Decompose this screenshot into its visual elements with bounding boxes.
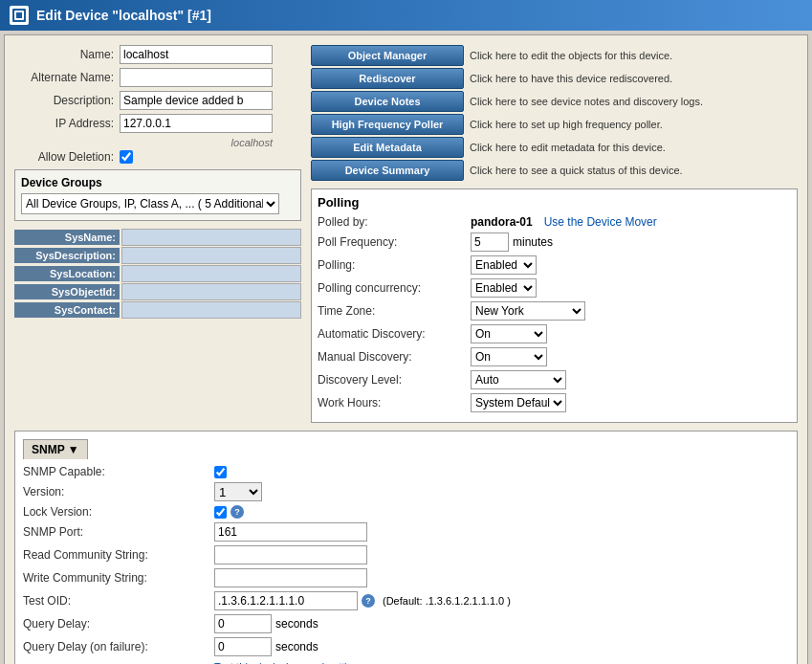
desc-input[interactable] bbox=[120, 91, 273, 110]
action-row-1: Rediscover Click here to have this devic… bbox=[311, 68, 798, 89]
query-delay-fail-value: seconds bbox=[214, 637, 318, 656]
query-delay-fail-unit: seconds bbox=[275, 640, 318, 653]
test-oid-input[interactable] bbox=[214, 591, 358, 610]
sysobj-label: SysObjectId: bbox=[14, 284, 120, 299]
snmp-version-label: Version: bbox=[23, 485, 214, 498]
test-oid-row: Test OID: ? (Default: .1.3.6.1.2.1.1.1.0… bbox=[23, 591, 789, 610]
action-buttons-area: Object Manager Click here to edit the ob… bbox=[311, 45, 798, 181]
action-desc-3: Click here to set up high frequency poll… bbox=[470, 119, 663, 130]
sysloc-row: SysLocation: bbox=[14, 265, 301, 282]
snmp-capable-checkbox[interactable] bbox=[214, 466, 227, 478]
action-row-2: Device Notes Click here to see device no… bbox=[311, 91, 798, 112]
query-delay-value: seconds bbox=[214, 614, 318, 633]
polled-by-value: pandora-01 Use the Device Mover bbox=[471, 215, 657, 229]
sysloc-value bbox=[121, 265, 301, 282]
read-community-input[interactable] bbox=[214, 545, 367, 564]
poll-freq-input[interactable] bbox=[471, 232, 509, 252]
write-community-input[interactable] bbox=[214, 568, 367, 587]
test-oid-default: (Default: .1.3.6.1.2.1.1.1.0 ) bbox=[383, 595, 511, 607]
sysloc-label: SysLocation: bbox=[14, 266, 120, 281]
object-manager-button[interactable]: Object Manager bbox=[311, 45, 464, 66]
polling-row: Polling: Enabled Disabled bbox=[318, 255, 791, 275]
snmp-port-value bbox=[214, 522, 367, 542]
sysname-value bbox=[121, 229, 301, 246]
right-actions: Object Manager Click here to edit the ob… bbox=[311, 45, 798, 423]
polled-by-label: Polled by: bbox=[318, 215, 471, 229]
device-mover-link[interactable]: Use the Device Mover bbox=[544, 215, 657, 229]
timezone-row: Time Zone: New York Chicago Los Angeles … bbox=[318, 301, 791, 321]
manual-disc-select[interactable]: On Off bbox=[471, 347, 547, 366]
polling-concurrency-row: Polling concurrency: Enabled Disabled bbox=[318, 278, 791, 298]
action-row-0: Object Manager Click here to edit the ob… bbox=[311, 45, 798, 66]
polling-select[interactable]: Enabled Disabled bbox=[471, 255, 537, 275]
snmp-capable-value bbox=[214, 466, 227, 478]
work-hours-select[interactable]: System Default Custom bbox=[471, 393, 566, 412]
device-notes-button[interactable]: Device Notes bbox=[311, 91, 464, 112]
device-groups-select[interactable]: All Device Groups, IP, Class A, ... ( 5 … bbox=[21, 193, 279, 214]
alt-name-input[interactable] bbox=[120, 68, 273, 87]
lock-version-row: Lock Version: ? bbox=[23, 505, 789, 519]
action-row-4: Edit Metadata Click here to edit metadat… bbox=[311, 137, 798, 158]
polling-label: Polling: bbox=[318, 258, 471, 272]
auto-disc-label: Automatic Discovery: bbox=[318, 327, 471, 341]
syscontact-row: SysContact: bbox=[14, 301, 301, 319]
query-delay-unit: seconds bbox=[275, 617, 318, 631]
snmp-capable-row: SNMP Capable: bbox=[23, 465, 789, 478]
title-bar-icon bbox=[10, 6, 29, 25]
sysname-label: SysName: bbox=[14, 230, 120, 245]
timezone-select[interactable]: New York Chicago Los Angeles UTC bbox=[471, 301, 585, 321]
snmp-tab-arrow: ▼ bbox=[68, 443, 79, 456]
polling-concurrency-select[interactable]: Enabled Disabled bbox=[471, 278, 537, 298]
query-delay-fail-input[interactable] bbox=[214, 637, 272, 656]
auto-disc-row: Automatic Discovery: On Off bbox=[318, 324, 791, 343]
lock-version-checkbox[interactable] bbox=[214, 506, 227, 519]
work-hours-label: Work Hours: bbox=[318, 396, 471, 409]
snmp-port-input[interactable] bbox=[214, 522, 367, 542]
device-summary-button[interactable]: Device Summary bbox=[311, 160, 464, 181]
poll-freq-value: minutes bbox=[471, 232, 553, 252]
syscontact-label: SysContact: bbox=[14, 302, 120, 318]
snmp-capable-label: SNMP Capable: bbox=[23, 465, 214, 478]
ip-input[interactable] bbox=[120, 114, 273, 133]
manual-disc-row: Manual Discovery: On Off bbox=[318, 347, 791, 366]
action-desc-1: Click here to have this device rediscove… bbox=[470, 73, 672, 84]
snmp-version-select[interactable]: 12c3 bbox=[214, 482, 262, 501]
write-community-value bbox=[214, 568, 367, 587]
title-bar: Edit Device "localhost" [#1] bbox=[0, 0, 812, 31]
name-input[interactable] bbox=[120, 45, 273, 64]
read-community-label: Read Community String: bbox=[23, 548, 214, 562]
snmp-tab[interactable]: SNMP ▼ bbox=[23, 439, 88, 459]
snmp-tab-label: SNMP bbox=[32, 443, 64, 456]
read-community-value bbox=[214, 545, 367, 564]
disc-level-select[interactable]: Auto Basic Full bbox=[471, 370, 566, 389]
action-desc-5: Click here to see a quick status of this… bbox=[470, 165, 683, 176]
svg-rect-2 bbox=[16, 12, 22, 18]
polled-by-row: Polled by: pandora-01 Use the Device Mov… bbox=[318, 215, 791, 229]
query-delay-input[interactable] bbox=[214, 614, 272, 633]
snmp-port-row: SNMP Port: bbox=[23, 522, 789, 542]
lock-version-label: Lock Version: bbox=[23, 505, 214, 519]
ip-label: IP Address: bbox=[14, 117, 120, 130]
main-content: Name: Alternate Name: Description: IP Ad… bbox=[4, 34, 808, 664]
high-freq-poller-button[interactable]: High Frequency Poller bbox=[311, 114, 464, 135]
sysdesc-label: SysDescription: bbox=[14, 248, 120, 263]
edit-metadata-button[interactable]: Edit Metadata bbox=[311, 137, 464, 158]
poll-freq-row: Poll Frequency: minutes bbox=[318, 232, 791, 252]
auto-disc-select[interactable]: On Off bbox=[471, 324, 547, 343]
desc-label: Description: bbox=[14, 94, 120, 107]
polled-by-server: pandora-01 bbox=[471, 215, 533, 229]
sysname-row: SysName: bbox=[14, 229, 301, 246]
rediscover-button[interactable]: Rediscover bbox=[311, 68, 464, 89]
test-oid-info-icon[interactable]: ? bbox=[362, 594, 375, 608]
action-desc-2: Click here to see device notes and disco… bbox=[470, 96, 703, 107]
action-row-5: Device Summary Click here to see a quick… bbox=[311, 160, 798, 181]
lock-version-info-icon[interactable]: ? bbox=[230, 505, 244, 519]
snmp-section: SNMP ▼ SNMP Capable: Version: 12c3 Lock … bbox=[14, 431, 798, 664]
sysdesc-row: SysDescription: bbox=[14, 247, 301, 264]
sysobj-row: SysObjectId: bbox=[14, 283, 301, 300]
disc-level-label: Discovery Level: bbox=[318, 373, 471, 387]
poll-freq-unit: minutes bbox=[513, 235, 553, 249]
device-groups-box: Device Groups All Device Groups, IP, Cla… bbox=[14, 169, 301, 221]
query-delay-fail-row: Query Delay (on failure): seconds bbox=[23, 637, 789, 656]
allow-deletion-checkbox[interactable] bbox=[120, 150, 133, 164]
